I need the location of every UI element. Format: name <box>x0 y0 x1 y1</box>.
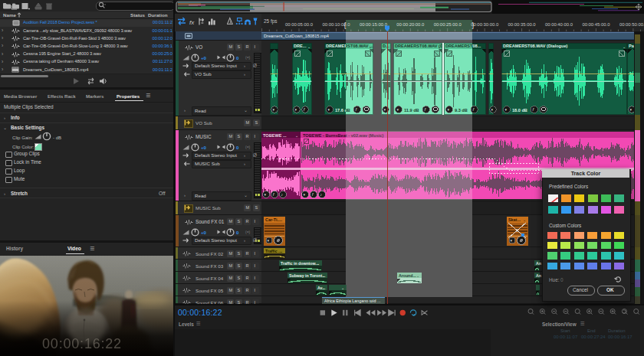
svg-text:00:00:05:00.0: 00:00:05:00.0 <box>285 22 314 27</box>
svg-text:Pa: Pa <box>629 44 635 48</box>
svg-text:00:00:16:22: 00:00:16:22 <box>42 336 122 351</box>
svg-text:00:00:30:00.0: 00:00:30:00.0 <box>471 22 499 27</box>
svg-text:♪: ♪ <box>281 192 283 197</box>
svg-text:{: { <box>343 21 346 29</box>
svg-text:⌄: ⌄ <box>322 273 325 278</box>
svg-text:⌄: ⌄ <box>341 286 344 290</box>
svg-text:Subway in Toront...: Subway in Toront... <box>289 273 326 278</box>
svg-text:fx: fx <box>189 18 195 25</box>
svg-text:Car-Ti...: Car-Ti... <box>265 217 281 222</box>
svg-text:Dreamers_CutDown_180815.mp4: Dreamers_CutDown_180815.mp4 <box>264 34 329 38</box>
svg-text:00:00:15:00.0: 00:00:15:00.0 <box>360 22 388 27</box>
svg-text:⌄: ⌄ <box>280 217 283 222</box>
svg-text:♪: ♪ <box>320 192 322 197</box>
svg-text:An: An <box>536 261 541 266</box>
svg-text:⌄: ⌄ <box>317 261 320 266</box>
svg-text:TOBEWE ...: TOBEWE ... <box>263 133 287 138</box>
svg-text:00:00:50:00.0: 00:00:50:00.0 <box>619 22 644 27</box>
svg-text:}: } <box>472 21 474 29</box>
svg-text:⌄: ⌄ <box>370 299 373 303</box>
svg-text:00:00:35:00.0: 00:00:35:00.0 <box>508 22 537 27</box>
svg-text:00:00:40:00.0: 00:00:40:00.0 <box>545 22 573 27</box>
svg-text:⌄: ⌄ <box>295 133 298 138</box>
svg-text:An: An <box>536 273 541 278</box>
svg-text:⌄: ⌄ <box>623 44 626 49</box>
svg-text:18.0 dB: 18.0 dB <box>512 108 527 113</box>
svg-text:DRE...: DRE... <box>294 44 307 48</box>
svg-text:⌄: ⌄ <box>481 44 485 49</box>
svg-text:Traffic in downtow...: Traffic in downtow... <box>281 261 319 266</box>
svg-text:00:00:20:00.0: 00:00:20:00.0 <box>396 22 425 27</box>
svg-text:00:00:10:00.0: 00:00:10:00.0 <box>322 22 350 27</box>
svg-text:Skat...: Skat... <box>508 217 521 222</box>
svg-text:⌄: ⌄ <box>523 217 526 222</box>
svg-text:DREAMERST08.WAV (Dialogue): DREAMERST08.WAV (Dialogue) <box>503 44 568 48</box>
svg-text:00:00:45:00.0: 00:00:45:00.0 <box>582 22 610 27</box>
svg-text:⌄: ⌄ <box>307 44 310 49</box>
svg-text:⌄: ⌄ <box>322 286 325 290</box>
svg-text:00:00:25:00.0: 00:00:25:00.0 <box>434 22 462 27</box>
svg-text:⌄: ⌄ <box>280 249 283 253</box>
